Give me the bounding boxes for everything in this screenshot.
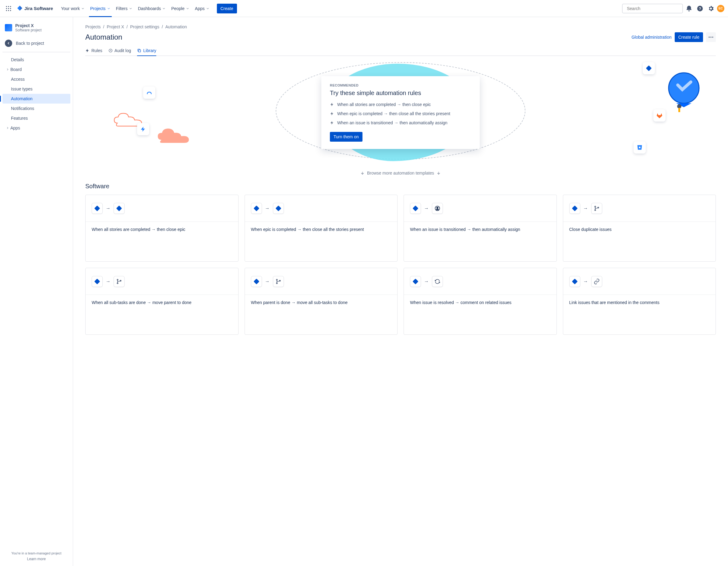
more-actions-button[interactable]	[706, 32, 716, 42]
svg-rect-27	[275, 205, 281, 211]
breadcrumb-item[interactable]: Projects	[85, 24, 101, 29]
user-avatar[interactable]: EC	[717, 5, 724, 12]
product-logo[interactable]: Jira Software	[15, 5, 55, 12]
sidebar-item-label: Board	[10, 67, 22, 72]
learn-more-link[interactable]: Learn more	[5, 557, 68, 561]
template-card[interactable]: →Link issues that are mentioned in the c…	[563, 268, 716, 335]
template-card[interactable]: →When all sub-tasks are done → move pare…	[85, 268, 239, 335]
template-label: When an issue is transitioned → then aut…	[404, 222, 557, 238]
template-grid: →When all stories are completed → then c…	[85, 195, 716, 335]
svg-point-5	[10, 8, 11, 9]
refresh-icon	[432, 276, 443, 287]
sidebar-item-board[interactable]: Board	[2, 65, 70, 74]
chevron-down-icon	[107, 7, 111, 10]
sidebar-item-features[interactable]: Features	[2, 113, 70, 123]
breadcrumb-item[interactable]: Project X	[107, 24, 124, 29]
template-label: When all sub-tasks are done → move paren…	[86, 295, 238, 311]
tab-audit-log[interactable]: Audit log	[108, 46, 131, 55]
gitlab-icon	[653, 109, 666, 122]
nav-item-apps[interactable]: Apps	[193, 4, 212, 13]
project-header[interactable]: Project X Software project	[2, 23, 70, 37]
arrow-right-icon: →	[583, 279, 588, 284]
sidebar-item-apps[interactable]: Apps	[2, 123, 70, 133]
nav-item-filters[interactable]: Filters	[114, 4, 135, 13]
integration-icon	[143, 87, 155, 99]
nav-item-people[interactable]: People	[169, 4, 192, 13]
search-field[interactable]	[627, 6, 680, 11]
recommended-card: RECOMMENDED Try these simple automation …	[321, 76, 480, 149]
template-label: When epic is completed → then close all …	[245, 222, 398, 238]
svg-rect-26	[253, 205, 259, 211]
svg-point-32	[595, 206, 595, 207]
nav-item-your-work[interactable]: Your work	[58, 4, 87, 13]
template-card[interactable]: →When an issue is transitioned → then au…	[404, 195, 557, 262]
jira-icon	[410, 203, 421, 214]
browse-more-label: Browse more automation templates	[367, 171, 434, 175]
svg-point-22	[677, 104, 681, 108]
template-card[interactable]: →When parent is done → move all sub-task…	[245, 268, 398, 335]
turn-on-button[interactable]: Turn them on	[330, 132, 362, 142]
svg-point-6	[6, 10, 7, 11]
template-card[interactable]: →When epic is completed → then close all…	[245, 195, 398, 262]
chevron-down-icon	[81, 7, 85, 10]
template-icons: →	[563, 195, 716, 222]
recommended-title: Try these simple automation rules	[330, 90, 471, 97]
integration-icon	[137, 123, 149, 135]
main-content: Projects/Project X/Project settings/Auto…	[73, 17, 728, 566]
svg-rect-28	[413, 205, 419, 211]
template-card[interactable]: →When all stories are completed → then c…	[85, 195, 239, 262]
hero-banner: RECOMMENDED Try these simple automation …	[85, 56, 716, 169]
jira-icon	[251, 203, 262, 214]
app-switcher-icon[interactable]	[4, 4, 13, 13]
arrow-right-icon: →	[106, 206, 111, 211]
svg-rect-19	[639, 147, 641, 148]
breadcrumb-item[interactable]: Automation	[165, 24, 187, 29]
breadcrumb-item[interactable]: Project settings	[130, 24, 159, 29]
arrow-right-icon: →	[265, 279, 270, 284]
template-label: When all stories are completed → then cl…	[86, 222, 238, 238]
divider	[2, 52, 70, 52]
footer-text: You're in a team-managed project	[11, 551, 61, 555]
template-card[interactable]: →When issue is resolved → comment on rel…	[404, 268, 557, 335]
svg-point-2	[10, 6, 11, 7]
tab-rules[interactable]: Rules	[85, 46, 102, 55]
sidebar-item-notifications[interactable]: Notifications	[2, 104, 70, 113]
template-icons: →	[86, 195, 238, 222]
svg-point-37	[117, 283, 118, 284]
create-button[interactable]: Create	[217, 4, 237, 13]
create-rule-button[interactable]: Create rule	[675, 32, 703, 42]
arrow-down-icon	[360, 171, 365, 175]
tab-library[interactable]: Library	[137, 46, 156, 55]
sidebar-item-automation[interactable]: Automation	[2, 94, 70, 104]
template-card[interactable]: →Close duplicate issues	[563, 195, 716, 262]
sidebar-item-label: Access	[11, 77, 25, 82]
user-icon	[432, 203, 443, 214]
product-name: Jira Software	[24, 6, 53, 11]
template-icons: →	[404, 268, 557, 295]
svg-point-1	[8, 6, 9, 7]
jira-icon	[251, 276, 262, 287]
svg-point-40	[276, 279, 277, 280]
branch-icon	[273, 276, 284, 287]
nav-item-dashboards[interactable]: Dashboards	[136, 4, 168, 13]
notifications-icon[interactable]	[684, 4, 694, 13]
nav-item-projects[interactable]: Projects	[88, 4, 113, 13]
sidebar-item-issue-types[interactable]: Issue types	[2, 84, 70, 94]
recommended-eyebrow: RECOMMENDED	[330, 83, 471, 87]
primary-nav: Your workProjectsFiltersDashboardsPeople…	[58, 4, 212, 13]
back-to-project[interactable]: Back to project	[2, 37, 70, 49]
recommended-rule: When epic is completed → then close all …	[330, 111, 471, 116]
browse-more-link[interactable]: Browse more automation templates	[85, 171, 716, 175]
sidebar-item-access[interactable]: Access	[2, 74, 70, 84]
template-icons: →	[245, 268, 398, 295]
svg-point-15	[712, 37, 713, 37]
sidebar-item-details[interactable]: Details	[2, 55, 70, 65]
settings-icon[interactable]	[706, 4, 716, 13]
help-icon[interactable]: ?	[695, 4, 705, 13]
global-admin-link[interactable]: Global administration	[631, 35, 672, 40]
svg-point-3	[6, 8, 7, 9]
search-input[interactable]	[622, 4, 683, 13]
sidebar-footer: You're in a team-managed project Learn m…	[2, 549, 70, 564]
svg-rect-43	[413, 278, 419, 284]
template-label: Link issues that are mentioned in the co…	[563, 295, 716, 311]
